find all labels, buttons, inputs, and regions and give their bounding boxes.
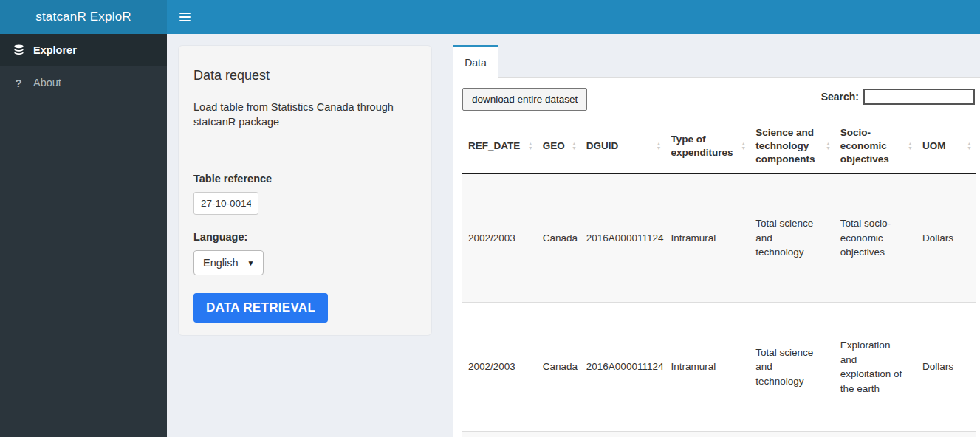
column-header-science-technology-components[interactable]: Science and technology components ▲▼	[750, 120, 835, 173]
table-toolbar: download entire dataset Search:	[462, 86, 976, 111]
app-window: statcanR ExploR Explorer ? About	[0, 0, 980, 437]
sidebar-item-about[interactable]: ? About	[0, 66, 167, 99]
app-logo[interactable]: statcanR ExploR	[0, 0, 167, 34]
sidebar-item-explorer[interactable]: Explorer	[0, 34, 167, 66]
sort-icon[interactable]: ▲▼	[741, 142, 746, 151]
data-table: REF_DATE ▲▼ GEO ▲▼ DGUID ▲▼ Type of ex	[462, 120, 976, 437]
cell-type-of-expenditures: Intramural	[665, 173, 750, 303]
sidebar-item-label: About	[33, 77, 61, 89]
cell-ref-date: 2002/2003	[462, 173, 537, 303]
sort-icon[interactable]: ▲▼	[908, 142, 913, 151]
sidebar-toggle-button[interactable]	[178, 5, 206, 29]
table-row-partial	[462, 432, 976, 437]
data-panel: download entire dataset Search: REF_DATE…	[453, 77, 980, 437]
download-dataset-button[interactable]: download entire dataset	[462, 88, 587, 111]
column-header-socio-economic-objectives[interactable]: Socio-economic objectives ▲▼	[835, 120, 916, 173]
column-header-ref-date[interactable]: REF_DATE ▲▼	[462, 120, 537, 173]
table-row: 2002/2003 Canada 2016A000011124 Intramur…	[462, 173, 976, 303]
sort-icon[interactable]: ▲▼	[826, 142, 831, 151]
tab-label: Data	[465, 57, 487, 69]
cell-uom: Dollars	[916, 303, 976, 432]
cell-science-technology: Total science and technology	[750, 303, 835, 432]
top-navbar	[167, 0, 980, 34]
language-select[interactable]: English ▼	[193, 250, 264, 275]
data-retrieval-button[interactable]: DATA RETRIEVAL	[193, 293, 328, 323]
language-selected-value: English	[203, 257, 239, 269]
sort-icon[interactable]: ▲▼	[528, 142, 533, 151]
app-title: statcanR ExploR	[35, 10, 131, 24]
sort-icon[interactable]: ▲▼	[967, 142, 972, 151]
language-label: Language:	[193, 230, 417, 244]
hamburger-icon	[179, 13, 191, 14]
cell-geo: Canada	[537, 303, 580, 432]
column-header-dguid[interactable]: DGUID ▲▼	[580, 120, 665, 173]
sidebar: Explorer ? About	[0, 34, 167, 437]
sort-icon[interactable]: ▲▼	[657, 142, 662, 151]
table-reference-input[interactable]	[193, 192, 258, 215]
sidebar-item-label: Explorer	[33, 44, 77, 56]
cell-type-of-expenditures: Intramural	[665, 303, 750, 432]
data-request-panel: Data request Load table from Statistics …	[178, 45, 432, 336]
column-header-geo[interactable]: GEO ▲▼	[537, 120, 580, 173]
question-icon: ?	[11, 77, 26, 89]
top-header: statcanR ExploR	[0, 0, 980, 34]
search-label: Search:	[821, 91, 859, 103]
chevron-down-icon: ▼	[247, 259, 255, 267]
cell-science-technology: Total science and technology	[750, 173, 835, 303]
cell-ref-date: 2002/2003	[462, 303, 537, 432]
tab-data[interactable]: Data	[453, 45, 498, 78]
main-content: Data request Load table from Statistics …	[167, 34, 980, 437]
column-header-type-of-expenditures[interactable]: Type of expenditures ▲▼	[665, 120, 750, 173]
cell-dguid: 2016A000011124	[580, 173, 665, 303]
cell-uom: Dollars	[916, 173, 976, 303]
search-input[interactable]	[863, 89, 975, 105]
panel-description: Load table from Statistics Canada throug…	[193, 100, 417, 130]
sort-icon[interactable]: ▲▼	[572, 142, 577, 151]
database-icon	[11, 44, 26, 55]
cell-socio-economic: Total socio-economic objectives	[835, 173, 916, 303]
cell-geo: Canada	[537, 173, 580, 303]
column-header-uom[interactable]: UOM ▲▼	[916, 120, 976, 173]
panel-title: Data request	[193, 68, 417, 83]
table-row: 2002/2003 Canada 2016A000011124 Intramur…	[462, 303, 976, 432]
search-box: Search:	[821, 89, 975, 105]
cell-dguid: 2016A000011124	[580, 303, 665, 432]
cell-socio-economic: Exploration and exploitation of the eart…	[835, 303, 916, 432]
table-reference-label: Table reference	[193, 171, 275, 186]
table-header: REF_DATE ▲▼ GEO ▲▼ DGUID ▲▼ Type of ex	[462, 120, 976, 173]
